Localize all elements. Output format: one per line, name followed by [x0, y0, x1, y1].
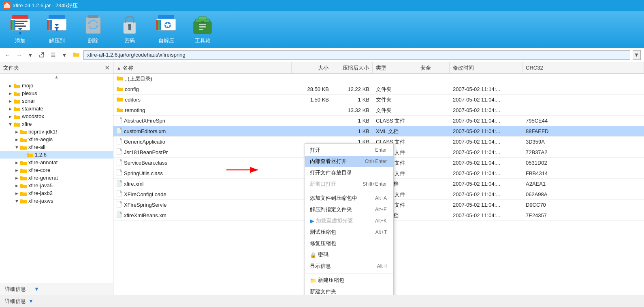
forward-button[interactable]: → — [15, 51, 23, 59]
sidebar-title: 文件夹 — [3, 64, 19, 72]
svg-rect-16 — [49, 20, 50, 30]
sidebar-header: 文件夹 ✕ — [0, 62, 113, 74]
svg-rect-22 — [88, 15, 98, 18]
file-name-xfirexmlbeans: xfireXmlBeans.xm — [113, 212, 292, 219]
sidebar-item-woodstox[interactable]: ► woodstox — [0, 112, 113, 120]
tree-arrow-xfire: ▼ — [8, 122, 14, 127]
ctx-new-folder-label: 新建文件夹 — [310, 288, 336, 295]
ctx-open-internal-shortcut: Ctrl+Enter — [365, 159, 387, 164]
tree-arrow-annotat: ► — [15, 160, 20, 165]
file-name-remoting: remoting — [113, 107, 292, 114]
ctx-show-info-label: 显示信息 — [310, 263, 331, 270]
ctx-password[interactable]: 🔒 密码 — [305, 249, 393, 260]
selfextract-button[interactable]: 自解压 — [154, 15, 178, 44]
sidebar-item-xfire-annotat[interactable]: ► xfire-annotat — [0, 159, 113, 166]
file-row-editors[interactable]: editors 1.50 KB 1 KB 文件夹 2007-05-02 11:0… — [113, 95, 644, 105]
file-icon-servicebean — [117, 159, 122, 167]
tree-arrow-jaxb2: ► — [15, 191, 20, 196]
file-row-parent[interactable]: ..(上层目录) — [113, 74, 644, 84]
folder-icon-xfire-all — [20, 144, 27, 150]
details-dropdown-icon[interactable]: ▼ — [34, 286, 39, 292]
add-button[interactable]: 添加 — [8, 15, 32, 44]
delete-label: 删除 — [88, 37, 98, 44]
ctx-show-info[interactable]: 显示信息 Alt+I — [305, 260, 393, 272]
sidebar-item-bcprov[interactable]: ► bcprov-jdk1! — [0, 128, 113, 136]
sidebar-item-staxmate[interactable]: ► staxmate — [0, 105, 113, 112]
ctx-extract-to[interactable]: 解压到指定文件夹 Alt+E — [305, 204, 393, 215]
ctx-open[interactable]: 打开 Enter — [305, 144, 393, 156]
sidebar-label-xfire-all: xfire-all — [28, 144, 45, 150]
sidebar-item-xfire-core[interactable]: ► xfire-core — [0, 166, 113, 174]
ctx-new-folder[interactable]: 新建文件夹 — [305, 286, 393, 295]
view-list-button[interactable]: ☰ — [49, 51, 58, 59]
col-header-security[interactable]: 安全 — [417, 62, 450, 73]
file-name-springutils: SpringUtils.class — [113, 169, 292, 177]
sidebar-item-xfire-jaxws[interactable]: ▼ xfire-jaxws — [0, 197, 113, 205]
ctx-test-zip[interactable]: 测试压缩包 Alt+T — [305, 227, 393, 238]
sidebar-scroll-up[interactable]: ▲ — [0, 74, 113, 80]
ctx-new-zip-label: 新建压缩包 — [318, 277, 344, 284]
toolbox-label: 工具箱 — [195, 37, 211, 44]
sidebar-label-plexus: plexus — [22, 90, 37, 96]
back-button[interactable]: ← — [3, 51, 12, 59]
file-crc-springutils: FBB4314 — [522, 170, 644, 176]
ctx-new-zip[interactable]: 📁 新建压缩包 — [305, 275, 393, 286]
decompress-button[interactable]: 解压到 — [45, 15, 69, 44]
file-name-editors: editors — [113, 96, 292, 103]
sidebar-label-staxmate: staxmate — [22, 106, 43, 112]
file-row-customeditors[interactable]: customEditors.xm 1 KB XML 文档 2007-05-02 … — [113, 126, 644, 137]
sidebar-close-button[interactable]: ✕ — [104, 64, 110, 72]
sidebar-item-1-2-6[interactable]: 1.2.6 — [0, 151, 113, 159]
ctx-repair-zip[interactable]: 修复压缩包 — [305, 238, 393, 249]
file-crc-jsr181: 72B37A2 — [522, 149, 644, 155]
sidebar-item-mojo[interactable]: ► mojo — [0, 82, 113, 89]
file-row-config[interactable]: config 28.50 KB 12.22 KB 文件夹 2007-05-02 … — [113, 84, 644, 95]
svg-rect-40 — [199, 29, 203, 30]
address-dropdown-btn[interactable]: ▼ — [633, 50, 641, 60]
file-modified-xfireconfigloader: 2007-05-02 11:04:... — [450, 191, 522, 197]
delete-button[interactable]: 删除 — [81, 15, 105, 44]
folder-icon-woodstox — [14, 114, 20, 119]
ctx-add-to-zip[interactable]: 添加文件到压缩包中 Alt+A — [305, 193, 393, 204]
sidebar-item-xfire-generat[interactable]: ► xfire-generat — [0, 174, 113, 182]
sidebar-item-xfire-java5[interactable]: ► xfire-java5 — [0, 182, 113, 189]
toolbox-button[interactable]: 工具箱 — [190, 15, 215, 44]
address-path[interactable]: xfire-all-1.2.6.jar\org\codehaus\xfire\s… — [83, 50, 630, 60]
ctx-mount-virtual: ▶ 加载至虚拟光驱 Alt+K — [305, 215, 393, 227]
sidebar-item-plexus[interactable]: ► plexus — [0, 89, 113, 97]
file-row-remoting[interactable]: remoting 13.32 KB 文件夹 2007-05-02 11:04:.… — [113, 105, 644, 116]
sidebar-item-xfire[interactable]: ▼ xfire — [0, 120, 113, 128]
tree-arrow-plexus: ► — [8, 91, 14, 96]
ctx-sep-1 — [305, 191, 393, 191]
status-chevron-icon[interactable]: ▼ — [28, 298, 34, 304]
view-toggle-button[interactable]: ▼ — [60, 51, 69, 59]
share-button[interactable] — [37, 51, 46, 59]
column-headers: ▲ 名称 大小 压缩后大小 类型 安全 修改时间 CRC32 — [113, 62, 644, 74]
sidebar-item-xfire-aegis[interactable]: ► xfire-aegis — [0, 136, 113, 143]
file-crc-customeditors: 88FAEFD — [522, 128, 644, 134]
col-header-modified[interactable]: 修改时间 — [450, 62, 522, 73]
file-compressed-abstractxfire: 1 KB — [332, 118, 373, 124]
decompress-label: 解压到 — [49, 37, 65, 44]
dropdown-btn[interactable]: ▼ — [26, 51, 35, 59]
folder-icon-annotat — [20, 160, 27, 165]
col-header-type[interactable]: 类型 — [373, 62, 417, 73]
svg-rect-1 — [4, 5, 10, 8]
sidebar-item-xfire-all[interactable]: ▼ xfire-all — [0, 143, 113, 151]
col-header-compressed[interactable]: 压缩后大小 — [332, 62, 373, 73]
context-menu: 打开 Enter 内部查看器打开 Ctrl+Enter 打开文件存放目录 新窗口… — [305, 143, 394, 295]
file-type-customeditors: XML 文档 — [373, 128, 417, 135]
col-header-crc[interactable]: CRC32 — [522, 62, 644, 73]
col-header-name[interactable]: ▲ 名称 — [113, 62, 292, 73]
sidebar-item-xfire-jaxb2[interactable]: ► xfire-jaxb2 — [0, 189, 113, 197]
file-row-abstractxfire[interactable]: AbstractXFireSpri 1 KB CLASS 文件 2007-05-… — [113, 116, 644, 126]
ctx-open-dir[interactable]: 打开文件存放目录 — [305, 167, 393, 178]
col-header-size[interactable]: 大小 — [292, 62, 332, 73]
file-icon-genericapp — [117, 138, 122, 146]
sidebar-item-sonar[interactable]: ► sonar — [0, 97, 113, 105]
add-icon — [10, 15, 31, 36]
ctx-open-internal[interactable]: 内部查看器打开 Ctrl+Enter — [305, 156, 393, 167]
password-button[interactable]: 密码 — [117, 15, 142, 44]
folder-icon-1-2-6 — [27, 152, 33, 158]
svg-rect-30 — [156, 20, 158, 30]
